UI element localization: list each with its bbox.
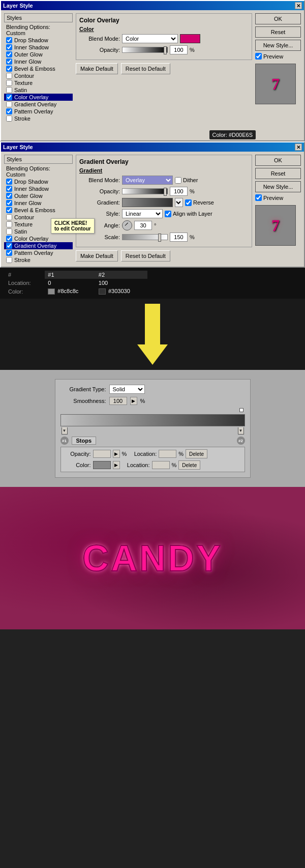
gradient-overlay-checkbox[interactable]: [6, 101, 12, 107]
opacity-slider-2[interactable]: [122, 188, 168, 194]
color-delete-btn[interactable]: Delete: [178, 460, 200, 470]
drop-shadow-checkbox-2[interactable]: [6, 179, 12, 185]
gradient-type-select[interactable]: Solid Noise: [109, 385, 145, 394]
dialog1-close-button[interactable]: ✕: [295, 2, 302, 9]
reset-button-1[interactable]: Reset: [255, 26, 301, 38]
dither-label: Dither: [183, 177, 198, 183]
style2-item-gradient-overlay[interactable]: Gradient Overlay: [4, 242, 73, 249]
opacity-stepper[interactable]: ▶: [113, 450, 120, 458]
make-default-button-1[interactable]: Make Default: [76, 63, 118, 74]
satin-checkbox[interactable]: [6, 87, 12, 93]
gradient-overlay-checkbox-2[interactable]: [6, 243, 12, 249]
drop-shadow-checkbox[interactable]: [6, 37, 12, 43]
style-item-blending[interactable]: Blending Options: Custom: [4, 23, 73, 37]
style-item-inner-shadow[interactable]: Inner Shadow: [4, 44, 73, 51]
dialog2-body: Styles Blending Options: Custom Drop Sha…: [1, 152, 304, 267]
style-item-pattern-overlay[interactable]: Pattern Overlay: [4, 108, 73, 115]
reverse-checkbox[interactable]: [185, 199, 192, 206]
style-item-texture[interactable]: Texture: [4, 79, 73, 86]
style-item-bevel-emboss[interactable]: Bevel & Emboss: [4, 65, 73, 72]
dither-checkbox[interactable]: [175, 177, 181, 184]
opacity-input-2[interactable]: [170, 187, 188, 196]
style-item-stroke[interactable]: Stroke: [4, 115, 73, 122]
color-stepper[interactable]: ▶: [113, 461, 120, 469]
pattern-overlay-checkbox-2[interactable]: [6, 250, 12, 256]
smoothness-input[interactable]: [109, 397, 127, 405]
style-item-inner-glow[interactable]: Inner Glow: [4, 58, 73, 65]
bevel-emboss-checkbox[interactable]: [6, 66, 12, 72]
make-default-button-2[interactable]: Make Default: [76, 250, 118, 262]
section-title-2: Gradient Overlay: [79, 158, 249, 165]
style-item-color-overlay[interactable]: Color Overlay: [4, 94, 73, 101]
style-select[interactable]: Linear Radial Angle: [122, 209, 163, 218]
contour-checkbox[interactable]: [6, 73, 12, 79]
bevel-emboss-checkbox-2[interactable]: [6, 207, 12, 213]
style-item-drop-shadow[interactable]: Drop Shadow: [4, 37, 73, 44]
texture-checkbox-2[interactable]: [6, 221, 12, 227]
color-swatch[interactable]: [180, 34, 200, 43]
color-stop-right[interactable]: ▼: [238, 427, 244, 435]
style-label: Color Overlay: [14, 94, 48, 100]
style-item-outer-glow[interactable]: Outer Glow: [4, 51, 73, 58]
stroke-checkbox[interactable]: [6, 115, 12, 122]
gradient-dropdown[interactable]: ▼: [175, 198, 183, 207]
color-stop-swatch[interactable]: [93, 461, 111, 469]
color-location-input[interactable]: [152, 461, 170, 469]
style2-item-color-overlay[interactable]: Color Overlay: [4, 235, 73, 242]
style-label: Bevel & Emboss: [14, 66, 55, 72]
stroke-checkbox-2[interactable]: [6, 257, 12, 263]
style2-item-outer-glow[interactable]: Outer Glow: [4, 192, 73, 199]
style2-item-drop-shadow[interactable]: Drop Shadow: [4, 178, 73, 185]
scale-input[interactable]: [170, 233, 188, 242]
outer-glow-checkbox-2[interactable]: [6, 193, 12, 199]
preview-checkbox-2[interactable]: [255, 194, 262, 201]
style-item-gradient-overlay[interactable]: Gradient Overlay: [4, 101, 73, 108]
reset-to-default-button-2[interactable]: Reset to Default: [121, 250, 170, 262]
dialog2-close-button[interactable]: ✕: [295, 143, 302, 151]
reset-to-default-button-1[interactable]: Reset to Default: [121, 63, 170, 74]
style2-item-bevel-emboss[interactable]: Bevel & Emboss: [4, 207, 73, 214]
contour-checkbox-2[interactable]: [6, 214, 12, 220]
inner-glow-checkbox-2[interactable]: [6, 200, 12, 206]
subsection-title-1: Color: [79, 26, 249, 32]
style-item-satin[interactable]: Satin: [4, 86, 73, 94]
scale-slider[interactable]: [122, 234, 168, 240]
angle-dial[interactable]: [122, 220, 132, 230]
opacity-slider[interactable]: [122, 47, 168, 53]
reset-button-2[interactable]: Reset: [255, 168, 301, 179]
style2-item-stroke[interactable]: Stroke: [4, 256, 73, 264]
ok-button-2[interactable]: OK: [255, 155, 301, 166]
style2-item-inner-shadow[interactable]: Inner Shadow: [4, 185, 73, 192]
opacity-stop-right[interactable]: [239, 408, 243, 412]
angle-input[interactable]: [134, 221, 152, 230]
color-stop-left[interactable]: ▼: [62, 427, 68, 435]
color-overlay-checkbox[interactable]: [6, 94, 12, 100]
gradient-swatch[interactable]: [122, 198, 173, 207]
smoothness-stepper[interactable]: ▶: [130, 397, 137, 405]
outer-glow-checkbox[interactable]: [6, 51, 12, 57]
style2-item-pattern-overlay[interactable]: Pattern Overlay: [4, 249, 73, 256]
inner-shadow-checkbox[interactable]: [6, 44, 12, 50]
texture-checkbox[interactable]: [6, 80, 12, 86]
new-style-button-2[interactable]: New Style...: [255, 181, 301, 192]
new-style-button-1[interactable]: New Style...: [255, 40, 301, 51]
inner-glow-checkbox[interactable]: [6, 59, 12, 65]
inner-shadow-checkbox-2[interactable]: [6, 186, 12, 192]
blend-mode-select[interactable]: Color Normal Multiply Overlay: [122, 34, 178, 43]
pattern-overlay-checkbox[interactable]: [6, 108, 12, 114]
blend-mode-select-2[interactable]: Overlay Normal Multiply: [122, 176, 173, 185]
preview-checkbox-1[interactable]: [255, 53, 262, 60]
opacity-input[interactable]: [170, 45, 188, 54]
gradient-color-bar[interactable]: [60, 414, 245, 426]
ok-button-1[interactable]: OK: [255, 13, 301, 24]
style2-item-blending[interactable]: Blending Options: Custom: [4, 165, 73, 178]
opacity-delete-btn[interactable]: Delete: [186, 449, 207, 458]
satin-checkbox-2[interactable]: [6, 228, 12, 235]
opacity-location-input[interactable]: [159, 450, 176, 458]
align-checkbox[interactable]: [165, 211, 171, 217]
opacity-stop-value[interactable]: [93, 450, 111, 458]
style-item-contour[interactable]: Contour: [4, 72, 73, 79]
color-overlay-checkbox-2[interactable]: [6, 236, 12, 242]
stop-badge-2: #2: [237, 437, 245, 445]
style2-item-inner-glow[interactable]: Inner Glow: [4, 199, 73, 207]
